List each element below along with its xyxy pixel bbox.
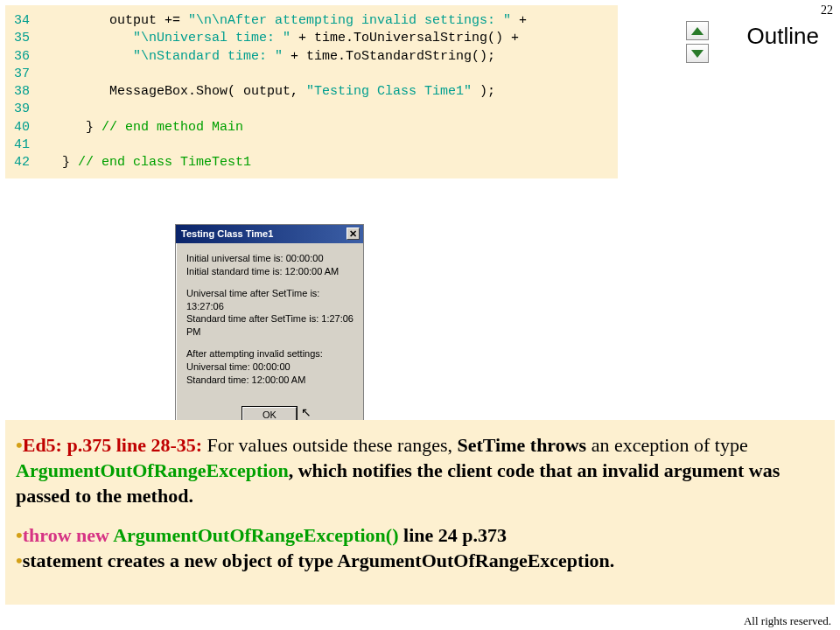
message-box-titlebar: Testing Class Time1 ✕	[176, 225, 363, 243]
next-slide-button[interactable]	[686, 44, 709, 63]
message-box-text-1: Initial universal time is: 00:00:00 Init…	[186, 252, 354, 278]
message-box-text-3: After attempting invalid settings: Unive…	[186, 347, 354, 387]
arrow-down-icon	[691, 50, 704, 58]
close-icon[interactable]: ✕	[346, 228, 360, 240]
message-box-title: Testing Class Time1	[181, 228, 273, 239]
prev-slide-button[interactable]	[686, 21, 709, 40]
cursor-icon: ↖	[301, 405, 312, 419]
note-1: •Ed5: p.375 line 28-35: For values outsi…	[16, 432, 824, 508]
nav-arrows	[686, 21, 712, 66]
code-listing: 34 output += "\n\nAfter attempting inval…	[5, 5, 618, 178]
message-box-body: Initial universal time is: 00:00:00 Init…	[176, 243, 363, 402]
outline-heading: Outline	[747, 23, 819, 50]
page-number: 22	[821, 4, 833, 18]
arrow-up-icon	[691, 27, 704, 35]
lecture-notes: •Ed5: p.375 line 28-35: For values outsi…	[5, 420, 835, 605]
copyright-footer: All rights reserved.	[744, 614, 831, 628]
note-2: •throw new ArgumentOutOfRangeException()…	[16, 522, 824, 573]
message-box-text-2: Universal time after SetTime is: 13:27:0…	[186, 287, 354, 339]
message-box: Testing Class Time1 ✕ Initial universal …	[175, 224, 364, 432]
